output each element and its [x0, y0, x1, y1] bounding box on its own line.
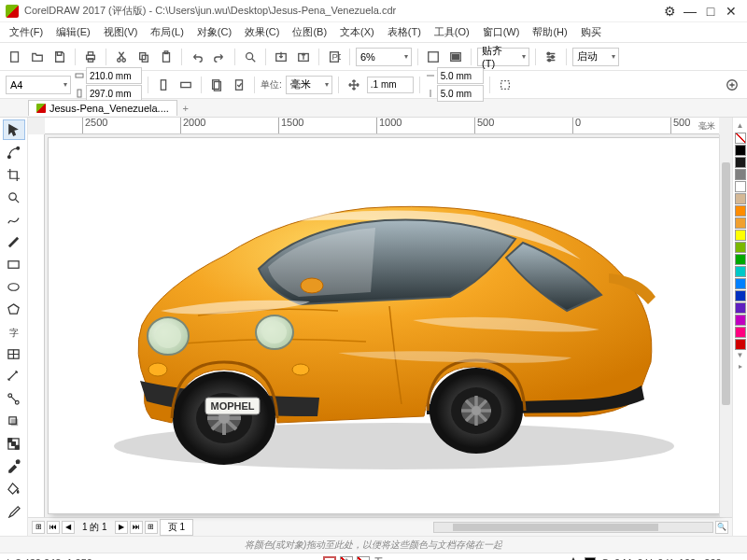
- add-page-button[interactable]: ⊞: [32, 521, 45, 534]
- search-button[interactable]: [241, 48, 260, 66]
- menu-window[interactable]: 窗口(W): [477, 23, 526, 41]
- color-swatch[interactable]: [735, 278, 746, 289]
- drawing-canvas[interactable]: MOPHEL: [49, 138, 719, 513]
- page-size-dropdown[interactable]: A4: [6, 76, 71, 94]
- menu-buy[interactable]: 购买: [575, 23, 607, 41]
- close-button[interactable]: ✕: [721, 4, 741, 19]
- export-button[interactable]: [294, 48, 313, 66]
- color-swatch[interactable]: [735, 339, 746, 350]
- menu-view[interactable]: 视图(V): [98, 23, 144, 41]
- zoom-level-dropdown[interactable]: 6%: [356, 48, 412, 66]
- palette-up-button[interactable]: ▲: [737, 121, 744, 133]
- first-page-button[interactable]: ⏮: [47, 521, 60, 534]
- dimension-tool[interactable]: [3, 366, 25, 386]
- no-color-swatch[interactable]: [735, 133, 746, 144]
- table-tool[interactable]: [3, 343, 25, 364]
- add-page-after-button[interactable]: ⊞: [145, 521, 158, 534]
- color-swatch[interactable]: [735, 302, 746, 314]
- minimize-button[interactable]: —: [680, 4, 700, 19]
- landscape-button[interactable]: [176, 76, 195, 94]
- menu-bitmap[interactable]: 位图(B): [287, 23, 332, 41]
- drop-shadow-tool[interactable]: [3, 411, 25, 431]
- publish-pdf-button[interactable]: PDF: [325, 48, 344, 66]
- all-pages-button[interactable]: [207, 76, 226, 94]
- next-page-button[interactable]: ▶: [115, 521, 128, 534]
- outline-color-swatch[interactable]: [585, 557, 596, 561]
- page-tab[interactable]: 页 1: [160, 519, 193, 536]
- menu-table[interactable]: 表格(T): [382, 23, 427, 41]
- connector-tool[interactable]: [3, 388, 25, 409]
- rectangle-tool[interactable]: [3, 254, 25, 274]
- zoom-slider-icon[interactable]: 🔍: [715, 521, 728, 534]
- vertical-ruler[interactable]: [28, 134, 45, 517]
- ellipse-tool[interactable]: [3, 276, 25, 297]
- menu-file[interactable]: 文件(F): [4, 23, 49, 41]
- new-tab-button[interactable]: +: [177, 103, 194, 114]
- settings-icon[interactable]: ⚙: [659, 4, 680, 19]
- color-swatch[interactable]: [735, 157, 746, 168]
- import-button[interactable]: [272, 48, 290, 66]
- portrait-button[interactable]: [154, 76, 173, 94]
- crop-tool[interactable]: [3, 164, 25, 185]
- redo-button[interactable]: [210, 48, 229, 66]
- no-fill-icon[interactable]: [340, 556, 353, 561]
- maximize-button[interactable]: □: [700, 4, 721, 19]
- paste-button[interactable]: [157, 48, 176, 66]
- freehand-tool[interactable]: [3, 209, 25, 230]
- copy-button[interactable]: [134, 48, 153, 66]
- eyedropper-tool[interactable]: [3, 455, 25, 476]
- dup-y-input[interactable]: [437, 85, 484, 102]
- fullscreen-button[interactable]: [424, 48, 443, 66]
- color-swatch[interactable]: [735, 266, 746, 277]
- last-page-button[interactable]: ⏭: [130, 521, 143, 534]
- color-swatch[interactable]: [735, 327, 746, 338]
- print-button[interactable]: [81, 48, 100, 66]
- palette-down-button[interactable]: ▼: [737, 351, 744, 362]
- snap-dropdown[interactable]: 贴齐(T): [477, 48, 529, 66]
- color-swatch[interactable]: [735, 315, 746, 326]
- horizontal-ruler[interactable]: 2500 2000 1500 1000 500 0 500 毫米: [45, 118, 719, 134]
- launch-dropdown[interactable]: 启动: [572, 48, 619, 66]
- page-width-input[interactable]: [86, 67, 142, 84]
- color-swatch[interactable]: [735, 181, 746, 192]
- color-swatch[interactable]: [735, 230, 746, 241]
- preview-button[interactable]: [446, 48, 465, 66]
- shape-tool[interactable]: [3, 142, 25, 162]
- new-button[interactable]: [6, 48, 24, 66]
- menu-tools[interactable]: 工具(O): [429, 23, 475, 41]
- artistic-media-tool[interactable]: [3, 231, 25, 252]
- vertical-scrollbar[interactable]: [719, 134, 732, 517]
- color-swatch[interactable]: [735, 217, 746, 229]
- color-swatch[interactable]: [735, 242, 746, 253]
- fill-tool[interactable]: [3, 478, 25, 498]
- menu-text[interactable]: 文本(X): [334, 23, 380, 41]
- pick-tool[interactable]: [3, 119, 25, 140]
- document-tab[interactable]: Jesus-Pena_Venezuela....: [28, 100, 177, 116]
- menu-effects[interactable]: 效果(C): [239, 23, 285, 41]
- menu-help[interactable]: 帮助(H): [527, 23, 572, 41]
- no-outline-icon[interactable]: [357, 556, 370, 561]
- text-tool[interactable]: 字: [3, 321, 25, 342]
- color-swatch[interactable]: [735, 145, 746, 156]
- outline-tool[interactable]: [3, 500, 25, 521]
- treat-as-filled-button[interactable]: [496, 76, 514, 94]
- cut-button[interactable]: [112, 48, 131, 66]
- color-swatch[interactable]: [735, 254, 746, 265]
- palette-flyout-button[interactable]: ▸: [739, 362, 742, 373]
- undo-button[interactable]: [188, 48, 206, 66]
- dup-x-input[interactable]: [437, 67, 484, 84]
- quick-customize-button[interactable]: [723, 76, 741, 94]
- nudge-distance-input[interactable]: [367, 77, 414, 93]
- menu-layout[interactable]: 布局(L): [145, 23, 189, 41]
- fill-indicator-icon[interactable]: [323, 556, 336, 561]
- zoom-tool[interactable]: [3, 187, 25, 207]
- color-swatch[interactable]: [735, 205, 746, 217]
- polygon-tool[interactable]: [3, 299, 25, 319]
- color-swatch[interactable]: [735, 193, 746, 204]
- options-button[interactable]: [542, 48, 560, 66]
- current-page-button[interactable]: [230, 76, 248, 94]
- menu-edit[interactable]: 编辑(E): [50, 23, 96, 41]
- save-button[interactable]: [50, 48, 69, 66]
- transparency-tool[interactable]: [3, 433, 25, 454]
- units-dropdown[interactable]: 毫米: [286, 76, 332, 94]
